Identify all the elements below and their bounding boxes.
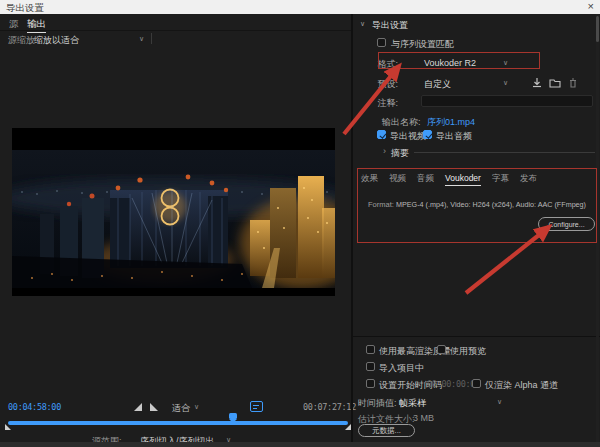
- source-scaling-dropdown[interactable]: 缩放以适合: [34, 34, 79, 47]
- timeline-track[interactable]: [8, 421, 348, 425]
- metadata-button[interactable]: 元数据...: [358, 424, 415, 437]
- voukoder-format-label: Format:: [368, 200, 394, 209]
- set-start-timecode-checkbox[interactable]: [366, 379, 375, 388]
- settings-panel: ∨ 导出设置 与序列设置匹配 格式: Voukoder R2 ∨ 预设: 自定义…: [353, 14, 600, 447]
- current-timecode[interactable]: 00:04:58:00: [8, 402, 61, 412]
- export-frame-icon[interactable]: [250, 401, 263, 412]
- configure-button[interactable]: Configure...: [538, 217, 595, 231]
- summary-divider: [414, 152, 595, 153]
- export-video-label: 导出视频: [390, 130, 426, 143]
- set-in-point-icon[interactable]: [134, 403, 142, 411]
- tab-effects[interactable]: 效果: [361, 173, 378, 185]
- tab-captions[interactable]: 字幕: [492, 173, 509, 185]
- scrollbar-track[interactable]: [596, 14, 599, 447]
- summary-label[interactable]: 摘要: [391, 147, 409, 160]
- export-audio-label: 导出音频: [436, 130, 472, 143]
- codec-tabbar: 效果 视频 音频 Voukoder 字幕 发布: [361, 173, 537, 186]
- time-interpolation-label: 时间插值:: [358, 397, 397, 410]
- collapse-icon[interactable]: ∨: [360, 20, 365, 28]
- preset-label: 预设:: [375, 78, 398, 91]
- delete-preset-icon[interactable]: [567, 77, 579, 89]
- chevron-down-icon: ∨: [139, 35, 144, 43]
- render-alpha-label: 仅渲染 Alpha 通道: [485, 379, 558, 392]
- import-into-project-label: 导入项目中: [379, 362, 424, 375]
- output-name-label: 输出名称:: [382, 116, 421, 129]
- tab-video[interactable]: 视频: [389, 173, 406, 185]
- zoom-fit-dropdown[interactable]: 适合: [172, 402, 190, 415]
- preview-panel: 源 输出 源缩放: 缩放以适合 ∨: [0, 14, 352, 447]
- comments-label: 注释:: [375, 97, 398, 110]
- dialog-bottom-strip: [0, 442, 600, 447]
- export-settings-dialog: 导出设置 × 源 输出 源缩放: 缩放以适合 ∨: [0, 0, 600, 447]
- set-out-point-icon[interactable]: [150, 403, 158, 411]
- save-preset-icon[interactable]: [531, 77, 543, 89]
- playhead[interactable]: [229, 413, 237, 425]
- chevron-down-icon: ∨: [194, 403, 199, 411]
- use-previews-checkbox[interactable]: [437, 345, 446, 354]
- preset-dropdown[interactable]: 自定义: [424, 78, 451, 91]
- tabs-divider: [0, 30, 352, 31]
- scrollbar-thumb[interactable]: [596, 16, 599, 42]
- section-divider: [353, 336, 600, 337]
- file-size-value: 3 MB: [413, 413, 434, 423]
- voukoder-format-value: MPEG-4 (.mp4), Video: H264 (x264), Audio…: [396, 200, 586, 209]
- comments-input[interactable]: [421, 95, 593, 107]
- max-render-quality-checkbox[interactable]: [366, 345, 375, 354]
- render-alpha-checkbox[interactable]: [472, 379, 481, 388]
- total-timecode: 00:07:27:12: [303, 402, 356, 412]
- match-sequence-checkbox[interactable]: [377, 38, 386, 47]
- tab-publish[interactable]: 发布: [520, 173, 537, 185]
- video-preview-frame: [12, 128, 335, 296]
- expand-icon[interactable]: ›: [383, 146, 386, 156]
- chevron-down-icon: ∨: [497, 398, 502, 406]
- window-titlebar: 导出设置 ×: [0, 0, 600, 14]
- trim-handle-left[interactable]: [5, 424, 11, 430]
- import-into-project-checkbox[interactable]: [366, 362, 375, 371]
- import-preset-icon[interactable]: [549, 77, 561, 89]
- use-previews-label: 使用预览: [450, 345, 486, 358]
- export-audio-checkbox[interactable]: [423, 130, 432, 139]
- format-dropdown[interactable]: Voukoder R2: [424, 58, 476, 68]
- tab-audio[interactable]: 音频: [417, 173, 434, 185]
- video-preview-scene: [12, 128, 335, 296]
- scaling-divider: [151, 33, 152, 44]
- format-label: 格式:: [375, 58, 398, 71]
- match-sequence-label: 与序列设置匹配: [391, 38, 454, 51]
- output-name-link[interactable]: 序列01.mp4: [427, 116, 475, 129]
- time-interpolation-dropdown[interactable]: 帧采样: [399, 397, 426, 410]
- tab-voukoder[interactable]: Voukoder: [445, 173, 481, 186]
- export-settings-header: 导出设置: [372, 19, 408, 32]
- close-icon[interactable]: ×: [588, 0, 594, 12]
- export-video-checkbox[interactable]: [377, 130, 386, 139]
- chevron-down-icon: ∨: [503, 59, 508, 67]
- chevron-down-icon: ∨: [503, 79, 508, 87]
